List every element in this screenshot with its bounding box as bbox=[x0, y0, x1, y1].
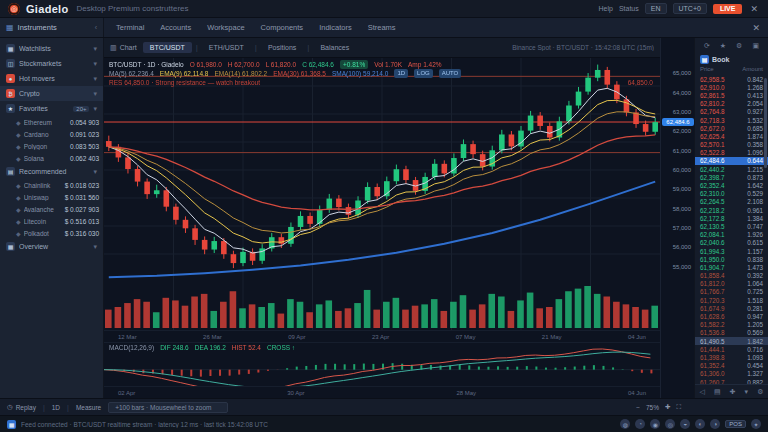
order-book-row[interactable]: 61,582.21.205 bbox=[695, 321, 768, 329]
panel-close-icon[interactable]: ✕ bbox=[750, 23, 762, 33]
main-chart[interactable]: BTC/USDT · 1D · GiadeloO 61,980.0H 62,70… bbox=[104, 58, 660, 330]
order-book-row[interactable]: 62,084.11.926 bbox=[695, 231, 768, 239]
sidebar-group-5[interactable]: ▤Recommended▾ bbox=[0, 164, 103, 179]
scrollbar[interactable] bbox=[764, 78, 767, 168]
status-tray-icon-5[interactable]: ◐ bbox=[695, 419, 705, 429]
order-book-row[interactable]: 61,858.40.392 bbox=[695, 272, 768, 280]
toolbar-zoom-control-2[interactable]: ✚ bbox=[665, 403, 670, 411]
order-book-row[interactable]: 62,522.81.096 bbox=[695, 149, 768, 157]
window-close-icon[interactable]: ✕ bbox=[748, 4, 760, 14]
header-link-help[interactable]: Help bbox=[599, 5, 613, 12]
order-book-row[interactable]: 61,674.90.281 bbox=[695, 304, 768, 312]
legend-pill-log[interactable]: LOG bbox=[414, 69, 433, 78]
order-book-row[interactable]: 61,766.70.725 bbox=[695, 288, 768, 296]
sidebar-group-4[interactable]: ★Favorites20+▾ bbox=[0, 101, 103, 116]
range-input[interactable]: +100 bars · Mousewheel to zoom bbox=[108, 402, 228, 413]
order-book-row[interactable]: 62,810.22.054 bbox=[695, 100, 768, 108]
toolbar-button-1d[interactable]: 1D bbox=[52, 404, 60, 411]
order-book-row[interactable]: 62,352.41.642 bbox=[695, 181, 768, 189]
order-book-row[interactable]: 62,718.31.532 bbox=[695, 116, 768, 124]
tab-eth-usdt[interactable]: ETH/USDT bbox=[202, 42, 251, 53]
status-tray-icon-2[interactable]: ◉ bbox=[650, 419, 660, 429]
price-axis[interactable]: 65,00064,00063,00062,00061,00060,00059,0… bbox=[660, 38, 694, 398]
toolbar-zoom-control-1[interactable]: 75% bbox=[646, 403, 659, 411]
order-book-row[interactable]: 62,958.50.842 bbox=[695, 75, 768, 83]
order-book-row[interactable]: 61,352.40.454 bbox=[695, 362, 768, 370]
order-book-row[interactable]: 62,910.01.268 bbox=[695, 83, 768, 91]
status-tray-icon-1[interactable]: ◔ bbox=[635, 419, 645, 429]
toolbar-zoom-control-3[interactable]: ⛶ bbox=[676, 403, 681, 411]
sidebar-list-item[interactable]: ◆Litecoin$ 0.516 013 bbox=[0, 215, 103, 227]
header-link-status[interactable]: Status bbox=[619, 5, 639, 12]
order-book-row[interactable]: 62,861.50.413 bbox=[695, 91, 768, 99]
order-book-row[interactable]: 62,310.00.529 bbox=[695, 190, 768, 198]
sidebar-group-3[interactable]: ₿Crypto▾ bbox=[0, 86, 103, 101]
orderbook-footer-icon-2[interactable]: ✚ bbox=[730, 388, 736, 396]
order-book-row[interactable]: 61,398.81.093 bbox=[695, 353, 768, 361]
sidebar-list-item[interactable]: ◆Polkadot$ 0.316 030 bbox=[0, 227, 103, 239]
order-book-row[interactable]: 61,444.10.716 bbox=[695, 345, 768, 353]
order-book-row[interactable]: 61,260.70.882 bbox=[695, 378, 768, 384]
menu-item-1[interactable]: Accounts bbox=[160, 23, 191, 32]
order-book-row[interactable]: 61,904.71.473 bbox=[695, 263, 768, 271]
orderbook-footer-icon-4[interactable]: ⚙ bbox=[757, 388, 763, 396]
menu-item-5[interactable]: Streams bbox=[368, 23, 396, 32]
pos-badge[interactable]: POS bbox=[725, 420, 746, 428]
sidebar-list-item[interactable]: ◆Avalanche$ 0.027 903 bbox=[0, 203, 103, 215]
order-book-row[interactable]: 62,440.21.215 bbox=[695, 165, 768, 173]
toolbar-zoom-control-0[interactable]: − bbox=[636, 403, 640, 411]
order-book-row[interactable]: 61,812.01.064 bbox=[695, 280, 768, 288]
macd-panel[interactable]: MACD(12,26,9)DIF 248.6DEA 196.2HIST 52.4… bbox=[104, 342, 660, 386]
toolbar-button-measure[interactable]: Measure bbox=[76, 404, 101, 411]
orderbook-tool-icon-2[interactable]: ⚙ bbox=[736, 42, 742, 50]
order-book-row[interactable]: 61,720.31.518 bbox=[695, 296, 768, 304]
sidebar-group-0[interactable]: ▦Watchlists▾ bbox=[0, 41, 103, 56]
current-price-tag[interactable]: 62,484.6 bbox=[662, 118, 694, 126]
status-tray-icon-4[interactable]: ◒ bbox=[680, 419, 690, 429]
order-book-row[interactable]: 62,672.00.685 bbox=[695, 124, 768, 132]
order-book-row[interactable]: 61,950.00.838 bbox=[695, 255, 768, 263]
status-tray-icon-0[interactable]: ◍ bbox=[620, 419, 630, 429]
tab-positions[interactable]: Positions bbox=[261, 42, 303, 53]
tab-balances[interactable]: Balances bbox=[313, 42, 356, 53]
sidebar-list-item[interactable]: ◆Ethereum0.054 903 bbox=[0, 116, 103, 128]
candlestick-canvas[interactable] bbox=[104, 58, 660, 330]
collapse-chevron-icon[interactable]: ‹ bbox=[95, 24, 97, 31]
order-book-row[interactable]: 61,628.60.947 bbox=[695, 312, 768, 320]
menu-item-3[interactable]: Components bbox=[261, 23, 304, 32]
order-book-row[interactable]: 61,994.31.157 bbox=[695, 247, 768, 255]
order-book-row[interactable]: 62,218.20.961 bbox=[695, 206, 768, 214]
orderbook-tool-icon-3[interactable]: ▣ bbox=[752, 42, 759, 50]
status-tray-icon-3[interactable]: ◎ bbox=[665, 419, 675, 429]
tab-btc-usdt[interactable]: BTC/USDT bbox=[143, 42, 192, 53]
menu-item-4[interactable]: Indicators bbox=[319, 23, 352, 32]
language-pill[interactable]: EN bbox=[645, 3, 667, 14]
order-book-row[interactable]: 61,490.51.842 bbox=[695, 337, 768, 345]
status-tray-icon-6[interactable]: ◑ bbox=[710, 419, 720, 429]
order-book-row[interactable]: 62,764.80.927 bbox=[695, 108, 768, 116]
orderbook-footer-icon-0[interactable]: ◁ bbox=[700, 388, 705, 396]
sidebar-list-item[interactable]: ◆Cardano0.091 023 bbox=[0, 128, 103, 140]
order-book-row[interactable]: 62,398.70.873 bbox=[695, 173, 768, 181]
sidebar-group-6[interactable]: ▦Overview▾ bbox=[0, 239, 103, 254]
status-tray-icon-end[interactable]: ✦ bbox=[751, 419, 761, 429]
order-book-row[interactable]: 62,484.60.644 bbox=[695, 157, 768, 165]
toolbar-button-replay[interactable]: ◷Replay bbox=[7, 403, 36, 411]
orderbook-footer-icon-3[interactable]: ▾ bbox=[745, 388, 749, 396]
sidebar-group-2[interactable]: ●Hot movers▾ bbox=[0, 71, 103, 86]
order-book-row[interactable]: 62,172.81.384 bbox=[695, 214, 768, 222]
legend-pill-auto[interactable]: AUTO bbox=[439, 69, 462, 78]
menu-item-2[interactable]: Workspace bbox=[207, 23, 244, 32]
sidebar-list-item[interactable]: ◆Chainlink$ 0.018 023 bbox=[0, 179, 103, 191]
live-button[interactable]: LIVE bbox=[713, 4, 743, 14]
sidebar-header[interactable]: ▦ Instruments ‹ bbox=[0, 18, 104, 37]
sidebar-list-item[interactable]: ◆Solana0.062 403 bbox=[0, 152, 103, 164]
sidebar-list-item[interactable]: ◆Uniswap$ 0.031 560 bbox=[0, 191, 103, 203]
order-book-row[interactable]: 62,040.60.615 bbox=[695, 239, 768, 247]
order-book-row[interactable]: 62,264.52.108 bbox=[695, 198, 768, 206]
order-book-row[interactable]: 61,536.80.569 bbox=[695, 329, 768, 337]
orderbook-tool-icon-1[interactable]: ★ bbox=[720, 42, 726, 50]
timezone-pill[interactable]: UTC+0 bbox=[673, 3, 707, 14]
order-book-row[interactable]: 62,570.10.358 bbox=[695, 141, 768, 149]
order-book-row[interactable]: 61,306.01.327 bbox=[695, 370, 768, 378]
